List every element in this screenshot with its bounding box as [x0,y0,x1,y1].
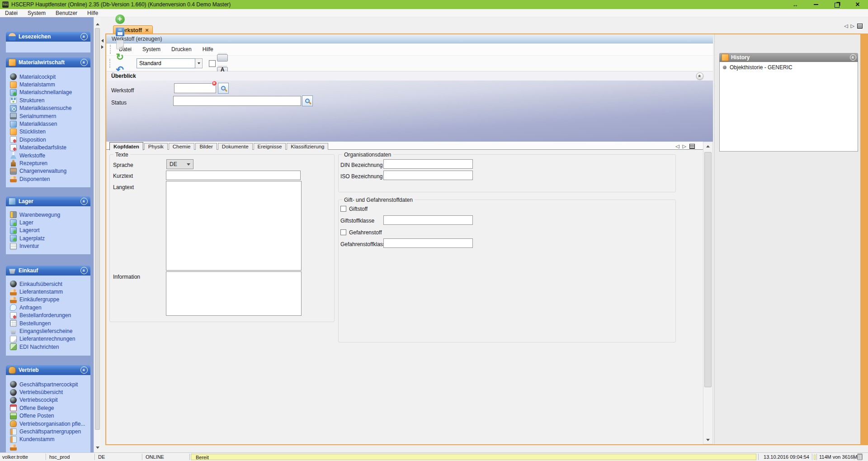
sidebar-item-disponenten[interactable]: Disponenten [6,175,90,183]
doc-menu-system[interactable]: System [137,46,166,52]
langtext-textarea[interactable] [166,181,302,271]
collapse-section-button[interactable] [80,33,88,40]
sidebar-item-rezepturen[interactable]: Rezepturen [6,159,90,167]
sidebar-item-gesch-ftspartnercockpit[interactable]: Geschäftspartnercockpit [6,380,90,388]
gefahrenstoff-checkbox[interactable] [340,229,346,235]
sidebar-item-materialstamm[interactable]: Materialstamm [6,81,90,88]
menu-benutzer[interactable]: Benutzer [51,9,82,17]
sidebar-item-offene-posten[interactable]: Offene Posten [6,412,90,420]
collapse-section-button[interactable] [80,267,88,274]
collapse-section-button[interactable] [80,366,88,374]
sidebar-item-lieferantenstamm[interactable]: Lieferantenstamm [6,288,90,295]
iso-input[interactable] [383,171,473,180]
scroll-up-icon[interactable] [704,143,712,149]
sidebar-item-materialbedarfsliste[interactable]: Materialbedarfsliste [6,144,90,152]
sidebar-splitter[interactable] [101,39,104,49]
minimize-button[interactable] [806,0,826,9]
tab-list-icon[interactable] [857,24,863,29]
sidebar-item-st-cklisten[interactable]: Stücklisten [6,128,90,136]
giftstoffklasse-input[interactable] [383,215,473,225]
tab-scroll-left-icon[interactable] [844,23,848,29]
form-tab-left-icon[interactable] [675,143,679,149]
gc-trash-icon[interactable] [857,454,863,460]
din-input[interactable] [383,159,473,169]
form-scrollbar[interactable] [703,142,713,444]
sidebar-item-kundenstamm[interactable]: Kundenstamm [6,436,90,443]
sidebar-section-header-einkauf[interactable]: Einkauf [6,266,90,276]
sidebar-item-inventur[interactable]: Inventur [6,242,90,250]
sidebar-item-strukturen[interactable]: Strukturen [6,96,90,104]
restore-button[interactable] [826,0,847,9]
toolbar-checkbox[interactable] [209,60,216,67]
menu-datei[interactable]: Datei [0,9,23,17]
sidebar-item-materialklassen[interactable]: Materialklassen [6,120,90,128]
form-tab-list-icon[interactable] [689,144,695,149]
copy-button[interactable] [113,38,127,51]
scroll-down-icon[interactable] [704,437,712,443]
scroll-up-icon[interactable] [94,21,100,27]
close-tab-icon[interactable] [145,27,149,33]
sidebar-item-materialschnellanlage[interactable]: Materialschnellanlage [6,89,90,96]
sidebar-item-lager[interactable]: Lager [6,219,90,226]
new-button[interactable] [113,13,127,25]
sidebar-scroll-thumb[interactable] [95,28,100,430]
sidebar-item-werkstoffe[interactable]: Werkstoffe [6,152,90,159]
form-tab-ereignisse[interactable]: Ereignisse [254,143,286,150]
sidebar-item-lagerort[interactable]: Lagerort [6,227,90,234]
sidebar-item-vertriebscockpit[interactable]: Vertriebscockpit [6,396,90,404]
sidebar-item-eink-ufergruppe[interactable]: Einkäufergruppe [6,296,90,304]
werkstoff-input[interactable] [174,83,216,93]
sidebar-item-einkaufs-bersicht[interactable]: Einkaufsübersicht [6,280,90,288]
sidebar-scrollbar[interactable] [94,17,100,452]
form-tab-chemie[interactable]: Chemie [169,143,195,150]
scroll-down-icon[interactable] [94,444,100,451]
sidebar-item-eingangslieferscheine[interactable]: Eingangslieferscheine [6,327,90,335]
history-item[interactable]: Objekthistorie - GENERIC [723,64,858,71]
sidebar-section-header-lager[interactable]: Lager [6,196,90,206]
gefahrenstoffklasse-input[interactable] [383,238,473,248]
sidebar-item-disposition[interactable]: Disposition [6,136,90,143]
form-tab-kopfdaten[interactable]: Kopfdaten [109,142,143,150]
form-tab-right-icon[interactable] [683,143,686,149]
profile-dropdown-icon[interactable] [195,58,203,68]
sidebar-item-item[interactable] [6,443,90,451]
sidebar-item-bestellanforderungen[interactable]: Bestellanforderungen [6,312,90,319]
sidebar-item-warenbewegung[interactable]: Warenbewegung [6,211,90,219]
print-button[interactable] [216,51,229,63]
form-tab-bilder[interactable]: Bilder [195,143,217,150]
sprache-dropdown[interactable]: DE [166,159,193,169]
collapse-section-button[interactable] [80,198,88,205]
collapse-history-button[interactable] [850,54,856,61]
profile-input[interactable] [137,58,195,68]
sidebar-item-vertriebs-bersicht[interactable]: Vertriebsübersicht [6,388,90,396]
sidebar-item-lagerplatz[interactable]: Lagerplatz [6,234,90,242]
information-textarea[interactable] [166,271,302,316]
sidebar-item-materialklassensuche[interactable]: Materialklassensuche [6,105,90,112]
sidebar-item-chargenverwaltung[interactable]: Chargenverwaltung [6,167,90,175]
doc-menu-drucken[interactable]: Drucken [166,46,197,52]
form-tab-dokumente[interactable]: Dokumente [218,143,253,150]
sidebar-item-lieferantenrechnungen[interactable]: Lieferantenrechnungen [6,335,90,343]
form-tab-klassifizierung[interactable]: Klassifizierung [287,143,328,150]
giftstoff-checkbox[interactable] [340,206,346,212]
sidebar-item-serialnummern[interactable]: Serialnummern [6,112,90,120]
sidebar-section-header-lesezeichen[interactable]: Lesezeichen [6,32,90,42]
menu-system[interactable]: System [23,9,51,17]
sidebar-item-offene-belege[interactable]: Offene Belege [6,404,90,412]
werkstoff-search-button[interactable] [218,83,229,94]
menu-hilfe[interactable]: Hilfe [82,9,103,17]
resize-icon[interactable] [785,0,806,9]
sidebar-section-header-materialwirtschaft[interactable]: Materialwirtschaft [6,57,90,67]
status-search-button[interactable] [302,95,313,106]
sidebar-section-header-vertrieb[interactable]: Vertrieb [6,365,90,375]
tab-scroll-right-icon[interactable] [851,23,854,29]
status-input[interactable] [173,96,301,106]
sidebar-item-vertriebsorganisation-pfle[interactable]: Vertriebsorganisation pfle... [6,420,90,428]
history-header[interactable]: History [719,53,858,62]
sidebar-item-materialcockpit[interactable]: Materialcockpit [6,73,90,81]
collapse-overview-button[interactable] [696,72,703,80]
refresh-button[interactable] [113,51,127,63]
save-button[interactable] [113,25,127,38]
form-tab-physik[interactable]: Physik [144,143,168,150]
sidebar-item-anfragen[interactable]: Anfragen [6,304,90,311]
